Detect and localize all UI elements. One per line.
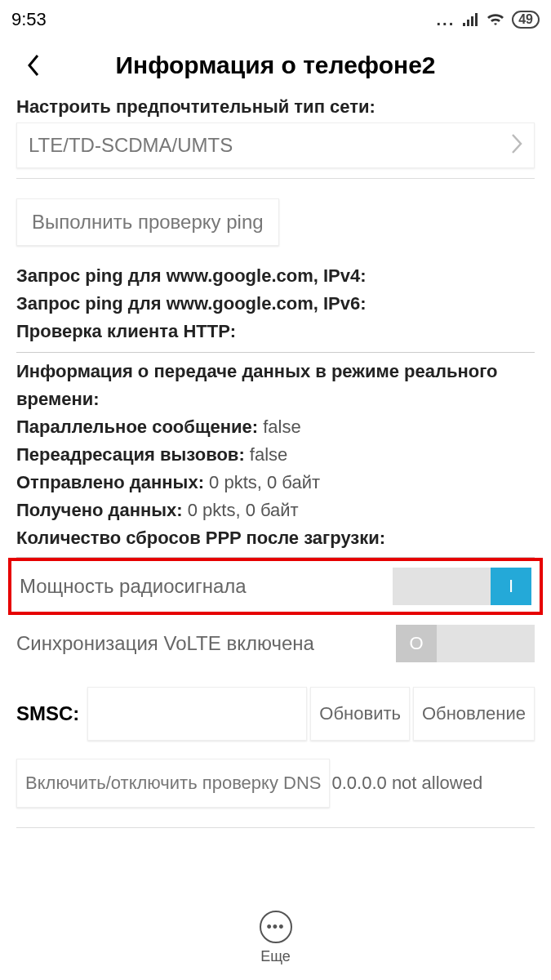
- smsc-label: SMSC:: [16, 702, 79, 725]
- radio-power-label: Мощность радиосигнала: [20, 575, 393, 598]
- ping-ipv6-label: Запрос ping для www.google.com, IPv6:: [16, 290, 535, 318]
- ping-ipv4-label: Запрос ping для www.google.com, IPv4:: [16, 262, 535, 290]
- network-type-select[interactable]: LTE/TD-SCDMA/UMTS: [16, 122, 535, 168]
- content: Настроить предпочтительный тип сети: LTE…: [0, 91, 551, 899]
- smsc-refresh-button[interactable]: Обновить: [310, 687, 410, 741]
- toggle-off-icon: O: [396, 625, 437, 662]
- sent-row: Отправлено данных: 0 pkts, 0 байт: [16, 469, 535, 497]
- parallel-value: false: [258, 416, 301, 437]
- network-type-value: LTE/TD-SCDMA/UMTS: [29, 134, 511, 157]
- chevron-right-icon: [511, 133, 522, 158]
- smsc-row: SMSC: Обновить Обновление: [16, 687, 535, 741]
- sent-label: Отправлено данных:: [16, 472, 204, 492]
- divider: [16, 178, 535, 179]
- status-icons: ... 49: [437, 11, 540, 29]
- recv-value: 0 pkts, 0 байт: [183, 500, 299, 520]
- ping-button[interactable]: Выполнить проверку ping: [16, 198, 279, 246]
- volte-label: Синхронизация VoLTE включена: [16, 632, 396, 655]
- http-check-label: Проверка клиента HTTP:: [16, 318, 535, 345]
- dns-row: Включить/отключить проверку DNS 0.0.0.0 …: [16, 759, 535, 808]
- network-type-label: Настроить предпочтительный тип сети:: [16, 96, 535, 118]
- volte-row: Синхронизация VoLTE включена O: [16, 615, 535, 672]
- radio-power-toggle[interactable]: I: [393, 568, 531, 605]
- page-title: Информация о телефоне2: [52, 51, 538, 79]
- smsc-update-button[interactable]: Обновление: [413, 687, 535, 741]
- more-label: Еще: [260, 948, 291, 965]
- status-time: 9:53: [11, 9, 437, 30]
- divider: [16, 827, 535, 828]
- status-bar: 9:53 ... 49: [0, 0, 551, 39]
- divider: [16, 352, 535, 353]
- forward-row: Переадресация вызовов: false: [16, 441, 535, 469]
- dns-toggle-button[interactable]: Включить/отключить проверку DNS: [16, 759, 330, 808]
- parallel-row: Параллельное сообщение: false: [16, 413, 535, 441]
- realtime-label: Информация о передаче данных в режиме ре…: [16, 358, 535, 413]
- back-button[interactable]: [13, 46, 52, 85]
- sim-dots-icon: ...: [437, 11, 455, 29]
- more-button[interactable]: ••• Еще: [0, 899, 551, 980]
- recv-label: Получено данных:: [16, 500, 183, 520]
- ppp-reset-label: Количество сбросов PPP после загрузки:: [16, 524, 535, 552]
- toggle-on-icon: I: [491, 568, 531, 605]
- parallel-label: Параллельное сообщение:: [16, 416, 258, 437]
- sent-value: 0 pkts, 0 байт: [204, 472, 320, 492]
- smsc-input[interactable]: [87, 687, 307, 741]
- volte-toggle[interactable]: O: [396, 625, 535, 662]
- wifi-icon: [486, 12, 505, 27]
- battery-badge: 49: [512, 11, 540, 29]
- forward-label: Переадресация вызовов:: [16, 444, 245, 465]
- forward-value: false: [245, 444, 288, 465]
- recv-row: Получено данных: 0 pkts, 0 байт: [16, 497, 535, 524]
- more-icon: •••: [260, 911, 292, 943]
- dns-value: 0.0.0.0 not allowed: [331, 772, 482, 795]
- signal-icon: [461, 12, 479, 27]
- header: Информация о телефоне2: [0, 39, 551, 91]
- radio-power-row: Мощность радиосигнала I: [8, 558, 543, 615]
